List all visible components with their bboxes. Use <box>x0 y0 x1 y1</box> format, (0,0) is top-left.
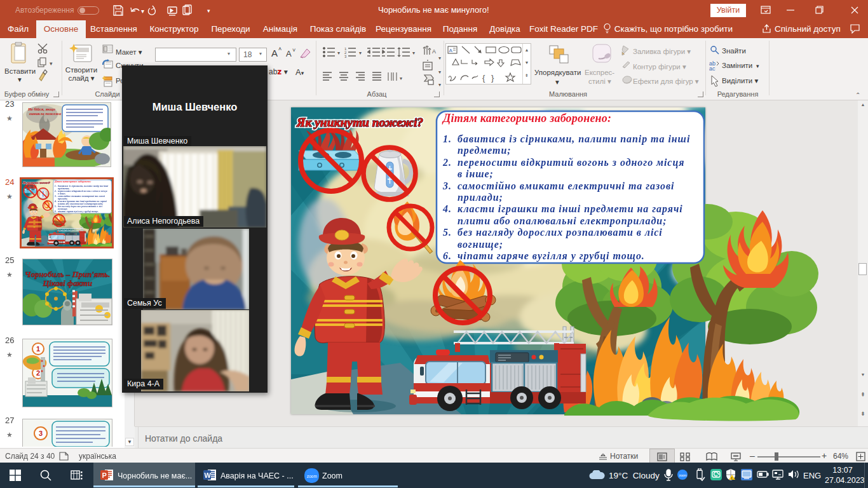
svg-text:zoom: zoom <box>679 473 687 477</box>
svg-text:▾: ▾ <box>141 8 144 15</box>
svg-text:▾: ▾ <box>337 50 340 56</box>
svg-text:▾: ▾ <box>400 76 402 81</box>
svg-text:!: ! <box>731 477 733 480</box>
svg-text:P: P <box>102 471 107 479</box>
svg-text:A: A <box>432 48 436 55</box>
svg-text:▾: ▾ <box>207 8 210 14</box>
svg-text:A: A <box>449 48 453 53</box>
svg-text:▾: ▾ <box>412 50 415 56</box>
svg-text:▾: ▾ <box>438 69 441 75</box>
svg-text:▾: ▾ <box>359 50 362 56</box>
svg-text:3: 3 <box>344 55 347 58</box>
svg-text:ac: ac <box>709 65 715 72</box>
svg-text:{: { <box>482 73 485 83</box>
svg-text:▾: ▾ <box>438 82 441 88</box>
svg-text:}: } <box>491 73 494 83</box>
svg-text:▾: ▾ <box>438 55 441 61</box>
svg-text:zoom: zoom <box>307 474 317 478</box>
svg-text:W: W <box>205 471 212 479</box>
svg-text:▾: ▾ <box>50 60 53 67</box>
